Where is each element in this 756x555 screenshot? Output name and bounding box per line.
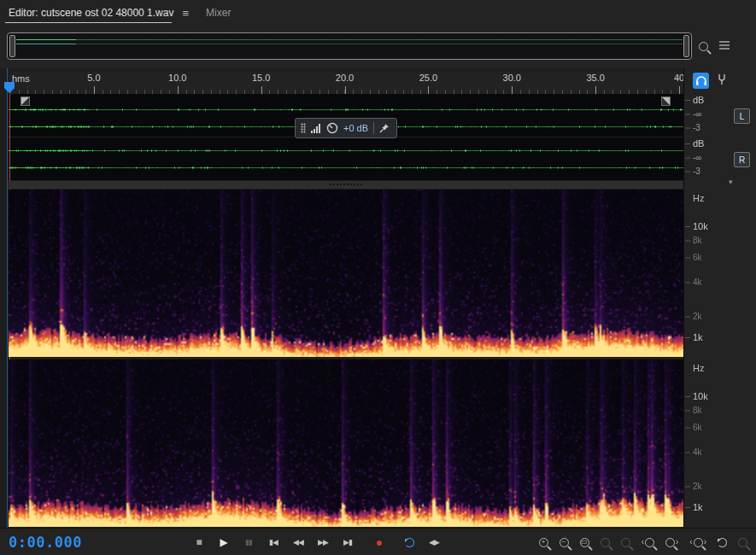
collapse-chevron-icon[interactable]: ▾ <box>729 178 733 186</box>
navigator-left-handle[interactable] <box>9 35 15 57</box>
skip-to-start-button[interactable]: ▮◀ <box>264 533 283 552</box>
ruler-tick <box>595 86 596 94</box>
panel-tab-bar: Editor: cutscene ost 02 48000 1.wav ≡ Mi… <box>0 0 756 26</box>
zoom-navigator[interactable] <box>7 32 692 60</box>
time-display[interactable]: 0:00.000 <box>9 534 82 551</box>
zoom-to-selection-prefix: ‹ <box>689 538 692 546</box>
hud-separator <box>373 122 374 134</box>
navigator-waveform-left <box>16 39 683 40</box>
rewind-button[interactable]: ◀◀ <box>289 533 308 552</box>
db-scale-label: dB <box>693 138 704 149</box>
monitor-button[interactable] <box>693 73 709 89</box>
fast-forward-button[interactable]: ▶▶ <box>314 533 332 552</box>
panel-focus-indicator <box>7 68 8 528</box>
zoom-to-selection-button[interactable]: ‹› <box>689 538 706 547</box>
frequency-tick-label: 1k <box>693 332 703 342</box>
zoom-reset-button[interactable] <box>621 538 630 547</box>
channel-l-toggle[interactable]: L <box>734 108 750 124</box>
zoom-to-selection-suffix: › <box>704 538 706 546</box>
channel-scale: dB-∞-3L <box>684 94 756 137</box>
frequency-tick-label: 10k <box>693 391 708 401</box>
zoom-amplitude-button[interactable] <box>738 538 747 547</box>
rewind-icon: ◀◀ <box>293 538 303 546</box>
spectrogram-left-channel[interactable] <box>9 190 683 357</box>
tab-mixer[interactable]: Mixer <box>197 0 239 26</box>
navigator-zoom-icon[interactable] <box>699 42 708 51</box>
zoom-navigator-row <box>0 26 756 68</box>
audition-editor-window: Editor: cutscene ost 02 48000 1.wav ≡ Mi… <box>0 0 756 555</box>
frequency-unit-label: Hz <box>693 193 704 203</box>
navigator-right-handle[interactable] <box>683 35 689 57</box>
fade-out-handle[interactable] <box>661 96 671 106</box>
zoom-out-full-icon <box>601 538 610 547</box>
panel-splitter[interactable] <box>9 181 683 189</box>
pin-hud-icon[interactable] <box>379 123 390 133</box>
frequency-scale-right: Hz10k8k6k4k2k1k <box>684 359 756 527</box>
waveform-display[interactable]: +0 dB <box>9 94 683 180</box>
spectrogram-right-channel[interactable] <box>9 359 683 527</box>
zoom-history-icon <box>718 538 727 547</box>
ruler-tick <box>345 86 346 94</box>
tuning-fork-icon[interactable] <box>717 73 727 89</box>
zoom-out-full-button[interactable] <box>601 538 610 547</box>
stop-button[interactable]: ■ <box>190 533 208 552</box>
mixer-tab-label: Mixer <box>206 7 231 19</box>
frequency-unit-label: Hz <box>693 363 704 373</box>
zoom-in-at-in-point-prefix: ‹ <box>642 538 644 546</box>
ruler-tick <box>679 86 680 94</box>
play-button[interactable]: ▶ <box>214 533 233 552</box>
tab-editor[interactable]: Editor: cutscene ost 02 48000 1.wav ≡ <box>0 0 197 26</box>
frequency-tick-label: 4k <box>693 278 702 287</box>
zoom-amplitude-icon <box>738 538 747 547</box>
hud-gain-value[interactable]: +0 dB <box>343 123 368 133</box>
zoom-in-icon: + <box>539 538 548 547</box>
db-scale-label: -∞ <box>693 153 701 162</box>
zoom-to-selection-icon <box>694 538 703 547</box>
skip-to-start-icon: ▮◀ <box>269 538 278 546</box>
db-scale-label: dB <box>693 95 704 105</box>
frequency-tick-label: 6k <box>693 423 702 432</box>
zoom-in-full-button[interactable]: ▭ <box>580 538 589 547</box>
db-scale-label: -3 <box>693 166 700 176</box>
gain-hud[interactable]: +0 dB <box>295 118 397 138</box>
hud-grip-dots-icon[interactable] <box>301 123 306 133</box>
skip-to-end-button[interactable]: ▶▮ <box>338 533 357 552</box>
time-format-label: hms <box>12 73 30 84</box>
zoom-history-button[interactable] <box>718 538 727 547</box>
frequency-tick-label: 2k <box>693 312 702 321</box>
ruler-tick-label: 10.0 <box>168 73 186 83</box>
zoom-in-button[interactable]: + <box>539 538 548 547</box>
pause-icon: ▮▮ <box>245 538 252 546</box>
fade-in-handle[interactable] <box>21 96 30 106</box>
channel-r-toggle[interactable]: R <box>734 152 750 167</box>
display-options-icon[interactable] <box>718 38 730 54</box>
transport-buttons: ■▶▮▮▮◀◀◀▶▶▶▮●◀▶ <box>190 529 443 555</box>
editor-panel: hms 5.010.015.020.025.030.035.040 +0 dB <box>0 68 756 528</box>
stop-icon: ■ <box>196 536 202 548</box>
editor-tab-label: Editor: cutscene ost 02 48000 1.wav <box>9 7 173 19</box>
zoom-out-button[interactable]: − <box>560 538 569 547</box>
zoom-in-at-out-point-icon <box>665 538 675 547</box>
pause-button[interactable]: ▮▮ <box>239 533 258 552</box>
navigator-waveform-right <box>16 44 683 44</box>
meter-bars-icon <box>311 123 321 133</box>
navigator-tools <box>699 38 730 54</box>
zoom-in-at-in-point-button[interactable]: ‹ <box>642 538 654 547</box>
timeline-ruler[interactable]: hms 5.010.015.020.025.030.035.040 <box>9 72 683 95</box>
zoom-in-at-out-point-button[interactable]: › <box>665 538 678 547</box>
db-scale-label: -3 <box>693 123 700 132</box>
loop-playback-button[interactable] <box>400 533 419 552</box>
ruler-tick-label: 35.0 <box>586 73 604 83</box>
gain-knob-icon[interactable] <box>326 122 338 134</box>
ruler-tick-label: 5.0 <box>87 73 100 83</box>
zoom-out-icon: − <box>560 538 569 547</box>
ruler-tick <box>178 86 179 94</box>
skip-selection-button[interactable]: ◀▶ <box>425 533 443 552</box>
record-button[interactable]: ● <box>370 533 389 552</box>
frequency-tick-label: 2k <box>693 482 702 491</box>
ruler-tick-label: 25.0 <box>419 73 437 83</box>
ruler-tick-label: 30.0 <box>503 73 521 83</box>
play-icon: ▶ <box>220 536 227 548</box>
record-icon: ● <box>376 535 383 549</box>
panel-menu-icon[interactable]: ≡ <box>182 7 189 20</box>
